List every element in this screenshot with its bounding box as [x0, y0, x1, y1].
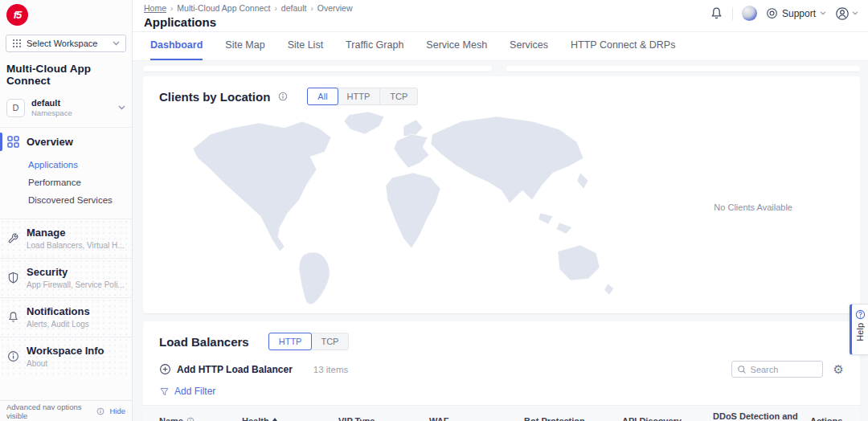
- column-bot-protection[interactable]: Bot Protection: [524, 411, 622, 421]
- notifications-text: Notifications Alerts, Audit Logs: [27, 305, 90, 329]
- sort-icon[interactable]: [272, 418, 277, 421]
- tab-service-mesh[interactable]: Service Mesh: [426, 39, 487, 60]
- assistant-orb-icon[interactable]: [742, 6, 757, 21]
- sidebar-item-performance[interactable]: Performance: [28, 174, 132, 191]
- tab-dashboard[interactable]: Dashboard: [150, 39, 203, 60]
- advanced-nav: Manage Load Balancers, Virtual H... Secu…: [0, 219, 132, 376]
- sidebar-item-notifications[interactable]: Notifications Alerts, Audit Logs: [0, 298, 132, 337]
- column-name[interactable]: Name: [159, 411, 242, 421]
- toggle-http[interactable]: HTTP: [338, 88, 381, 104]
- sidebar-footer: Advanced nav options visible Hide: [0, 400, 132, 421]
- namespace-meta: default Namespace: [31, 98, 112, 117]
- header-actions: Support: [710, 6, 858, 21]
- sidebar-item-manage[interactable]: Manage Load Balancers, Virtual H...: [0, 219, 132, 258]
- panel-handle[interactable]: [506, 66, 860, 72]
- breadcrumb-current: Overview: [317, 3, 353, 13]
- column-label: API Discovery: [622, 416, 682, 421]
- items-count: 13 items: [313, 365, 348, 374]
- toggle-all[interactable]: All: [307, 88, 338, 105]
- search-input[interactable]: [751, 365, 815, 374]
- tab-bar: Dashboard Site Map Site List Traffic Gra…: [133, 32, 868, 61]
- add-filter-button[interactable]: Add Filter: [174, 386, 215, 397]
- sidebar-item-sublabel: Alerts, Audit Logs: [27, 320, 90, 329]
- column-vip-type[interactable]: VIP Type: [338, 411, 429, 421]
- breadcrumb-workspace[interactable]: Multi-Cloud App Connect: [177, 3, 270, 13]
- chevron-separator-icon: ›: [310, 4, 313, 13]
- help-label: Help: [855, 323, 865, 341]
- column-ddos-detection[interactable]: DDoS Detection and Au...: [713, 411, 810, 421]
- column-actions: Actions: [810, 411, 844, 421]
- sidebar-item-sublabel: About: [27, 359, 104, 368]
- add-http-load-balancer-button[interactable]: Add HTTP Load Balancer: [159, 363, 293, 375]
- plus-circle-icon: [159, 363, 171, 375]
- sidebar-item-label: Overview: [27, 136, 73, 148]
- toggle-http[interactable]: HTTP: [268, 333, 313, 350]
- breadcrumb-namespace[interactable]: default: [281, 3, 307, 13]
- sidebar-item-overview[interactable]: Overview: [0, 128, 132, 154]
- tab-site-map[interactable]: Site Map: [225, 39, 264, 60]
- top-header: Home › Multi-Cloud App Connect › default…: [133, 0, 868, 32]
- bell-icon: [7, 305, 19, 329]
- workspace-selector[interactable]: Select Workspace: [6, 35, 126, 52]
- chevron-separator-icon: ›: [170, 4, 173, 13]
- lb-toolbar: Add HTTP Load Balancer 13 items ⚙: [143, 350, 860, 378]
- sidebar-item-label: Security: [27, 266, 125, 278]
- filter-row: Add Filter: [143, 378, 860, 397]
- load-balancers-card: Load Balancers HTTP TCP Add HTTP Load Ba…: [143, 321, 860, 421]
- sidebar-item-applications[interactable]: Applications: [28, 156, 132, 174]
- breadcrumb-home[interactable]: Home: [144, 3, 166, 13]
- f5-logo-text: f5: [14, 9, 22, 21]
- map-europe: [394, 134, 429, 168]
- manage-text: Manage Load Balancers, Virtual H...: [27, 227, 125, 250]
- map-south-america: [299, 252, 330, 305]
- map-asia: [431, 116, 583, 203]
- main-area: Home › Multi-Cloud App Connect › default…: [133, 0, 868, 421]
- toggle-tcp[interactable]: TCP: [380, 88, 417, 104]
- clients-by-location-card: Clients by Location All HTTP TCP: [143, 76, 860, 313]
- info-icon: [96, 407, 104, 415]
- clients-card-title: Clients by Location: [159, 90, 270, 104]
- column-label: DDoS Detection and Au...: [713, 411, 810, 421]
- shield-icon: [7, 266, 19, 289]
- panel-handle[interactable]: [143, 66, 492, 72]
- support-menu[interactable]: Support: [766, 7, 826, 19]
- gear-icon[interactable]: ⚙: [833, 363, 844, 375]
- namespace-selector[interactable]: D default Namespace: [0, 93, 132, 127]
- chevron-separator-icon: ›: [275, 4, 277, 13]
- chevron-down-icon: [113, 41, 120, 46]
- sidebar-item-discovered-services[interactable]: Discovered Services: [28, 191, 132, 209]
- user-menu[interactable]: [835, 6, 858, 21]
- namespace-avatar: D: [6, 99, 25, 117]
- clients-card-header: Clients by Location All HTTP TCP: [143, 76, 860, 105]
- lifebuoy-icon: [766, 7, 778, 19]
- column-health[interactable]: Health: [242, 411, 338, 421]
- workspace-info-text: Workspace Info About: [27, 345, 104, 368]
- column-api-discovery[interactable]: API Discovery: [622, 411, 713, 421]
- add-lb-label: Add HTTP Load Balancer: [177, 364, 293, 375]
- tab-services[interactable]: Services: [510, 39, 548, 60]
- advanced-nav-note: Advanced nav options visible: [6, 403, 93, 420]
- search-box[interactable]: [731, 361, 823, 378]
- dashboard-grid-icon: [7, 136, 19, 148]
- info-icon[interactable]: [278, 92, 288, 101]
- f5-logo[interactable]: f5: [6, 4, 28, 26]
- sidebar-item-sublabel: Load Balancers, Virtual H...: [27, 241, 125, 250]
- collapsed-panels: [143, 66, 860, 72]
- sidebar-item-security[interactable]: Security App Firewall, Service Poli...: [0, 259, 132, 297]
- sidebar-item-workspace-info[interactable]: Workspace Info About: [0, 337, 132, 376]
- help-button[interactable]: Help: [850, 304, 868, 355]
- hide-advanced-nav-link[interactable]: Hide: [109, 407, 125, 415]
- tab-http-connect-drps[interactable]: HTTP Connect & DRPs: [571, 39, 675, 60]
- toggle-tcp[interactable]: TCP: [311, 333, 348, 349]
- tab-site-list[interactable]: Site List: [288, 39, 323, 60]
- chevron-down-icon: [820, 11, 826, 15]
- workspace-title: Multi-Cloud App Connect: [0, 52, 132, 93]
- column-waf[interactable]: WAF: [429, 411, 524, 421]
- namespace-name: default: [31, 98, 112, 108]
- sidebar-item-sublabel: App Firewall, Service Poli...: [27, 280, 125, 289]
- support-label: Support: [782, 8, 816, 19]
- notifications-bell-icon[interactable]: [710, 6, 723, 20]
- tab-traffic-graph[interactable]: Traffic Graph: [346, 39, 403, 60]
- info-icon: [186, 417, 194, 421]
- sidebar-item-label: Workspace Info: [27, 345, 104, 357]
